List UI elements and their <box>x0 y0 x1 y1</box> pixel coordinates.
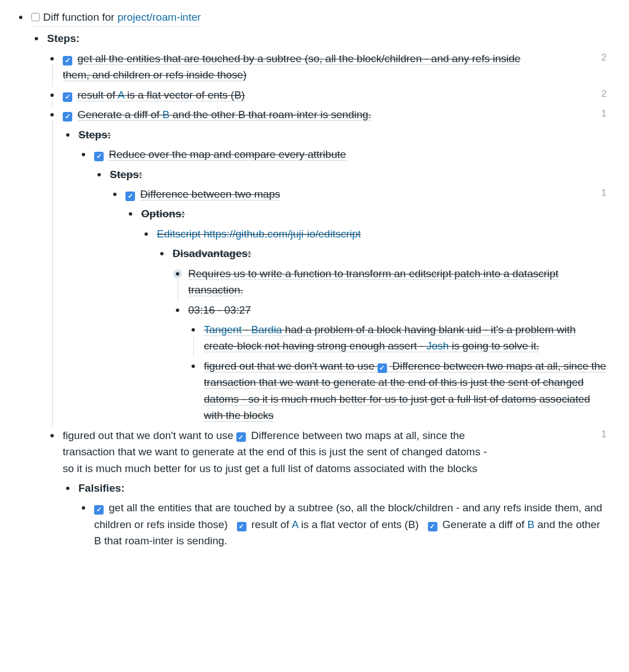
step-c-link[interactable]: B <box>162 109 170 120</box>
steps-label-3: Steps: <box>110 169 142 180</box>
options-label: Options: <box>141 208 185 220</box>
check-icon[interactable]: ✓ <box>236 432 246 442</box>
options-heading[interactable]: Options: Editscript https://github.com/j… <box>125 206 607 423</box>
step-b-pre: result of <box>77 89 118 101</box>
req-text: Requires us to write a function to trans… <box>188 268 558 296</box>
disadv-label: Disadvantages: <box>173 248 251 259</box>
check-icon[interactable]: ✓ <box>63 56 72 66</box>
reduce-text: Reduce over the map and compare every at… <box>109 148 346 161</box>
steps-heading-3[interactable]: Steps: ✓ Difference bet <box>94 166 607 424</box>
falsify-block[interactable]: ✓ get all the entities that are touched … <box>78 500 607 549</box>
falsify-b-link[interactable]: A <box>292 519 299 530</box>
check-icon[interactable]: ✓ <box>63 112 72 122</box>
step-c-pre: Generate a diff of <box>77 109 162 120</box>
editscript-label[interactable]: Editscript <box>157 228 201 240</box>
checkbox-empty[interactable] <box>31 13 40 21</box>
tangent-block[interactable]: Tangent - Bardia had a problem of a bloc… <box>188 321 607 354</box>
ref-count[interactable]: 1 <box>590 186 607 200</box>
editscript-url[interactable]: https://github.com/juji-io/editscript <box>203 228 361 240</box>
editscript-block[interactable]: Editscript https://github.com/juji-io/ed… <box>141 226 607 424</box>
req-block[interactable]: Requires us to write a function to trans… <box>173 265 607 298</box>
falsifies-label: Falsifies: <box>78 482 124 494</box>
check-icon[interactable]: ✓ <box>94 505 104 515</box>
steps-heading[interactable]: Steps: ✓ get all the entities that are t… <box>31 30 607 549</box>
step-a[interactable]: ✓ get all the entities that are touched … <box>47 50 607 83</box>
steps-label-2: Steps: <box>78 129 111 141</box>
figured-pre: figured out that we don't want to use <box>204 360 378 372</box>
title-prefix: Diff function for <box>43 11 118 23</box>
check-icon[interactable]: ✓ <box>378 363 387 373</box>
step-a-text: get all the entities that are touched by… <box>63 53 520 81</box>
ref-count[interactable]: 1 <box>590 427 607 442</box>
title-link[interactable]: project/roam-inter <box>118 11 201 23</box>
check-icon[interactable]: ✓ <box>237 522 246 531</box>
falsify-b-pre: result of <box>251 519 292 530</box>
figured-ref[interactable]: Difference between two maps <box>392 360 532 372</box>
ref-count[interactable]: 2 <box>590 87 607 101</box>
falsifies-heading[interactable]: Falsifies: ✓ get all the entities that a… <box>63 480 607 549</box>
step-c[interactable]: ✓ Generate a diff of B and the other B t… <box>47 106 607 423</box>
falsify-b-post: is a flat vector of ents (B) <box>298 519 418 530</box>
figured-block[interactable]: figured out that we don't want to use ✓ … <box>188 358 607 424</box>
figured2-block[interactable]: figured out that we don't want to use ✓ … <box>47 427 607 549</box>
step-b-post: is a flat vector of ents (B) <box>124 89 245 101</box>
figured2-ref[interactable]: Difference between two maps <box>251 430 391 441</box>
step-b-link[interactable]: A <box>118 89 124 101</box>
diffmaps-text: Difference between two maps <box>140 188 280 200</box>
steps-label: Steps: <box>47 32 80 44</box>
reduce-block[interactable]: ✓ Reduce over the map and compare every … <box>78 146 607 424</box>
disadv-heading[interactable]: Disadvantages: Requires us to write a fu… <box>157 245 607 423</box>
figured2-pre: figured out that we don't want to use <box>63 430 236 441</box>
falsify-c-link[interactable]: B <box>528 519 535 530</box>
tangent-bardia[interactable]: Bardia <box>251 324 282 335</box>
root-block[interactable]: Diff function for project/roam-inter Ste… <box>11 9 607 549</box>
tangent-josh[interactable]: Josh <box>426 340 449 352</box>
time-block[interactable]: 03:16 - 03:27 Tangent - Bardia had a pro… <box>173 302 607 424</box>
steps-heading-2[interactable]: Steps: ✓ Reduce over the map and compare… <box>63 127 607 424</box>
ref-count[interactable]: 1 <box>590 106 607 121</box>
ref-count[interactable]: 2 <box>590 50 607 65</box>
check-icon[interactable]: ✓ <box>428 522 437 531</box>
diffmaps-block[interactable]: ✓ Difference between two maps 1 <box>110 186 607 424</box>
tangent-word[interactable]: Tangent <box>204 324 242 335</box>
tangent-tail: is going to solve it. <box>449 340 539 352</box>
check-icon[interactable]: ✓ <box>63 92 72 102</box>
step-c-post: and the other B that roam-inter is sendi… <box>170 109 371 120</box>
check-icon[interactable]: ✓ <box>94 152 104 161</box>
falsify-c-pre: Generate a diff of <box>442 519 528 530</box>
step-b[interactable]: ✓ result of A is a flat vector of ents (… <box>47 87 607 103</box>
check-icon[interactable]: ✓ <box>125 192 135 201</box>
time-text: 03:16 - 03:27 <box>188 304 251 316</box>
